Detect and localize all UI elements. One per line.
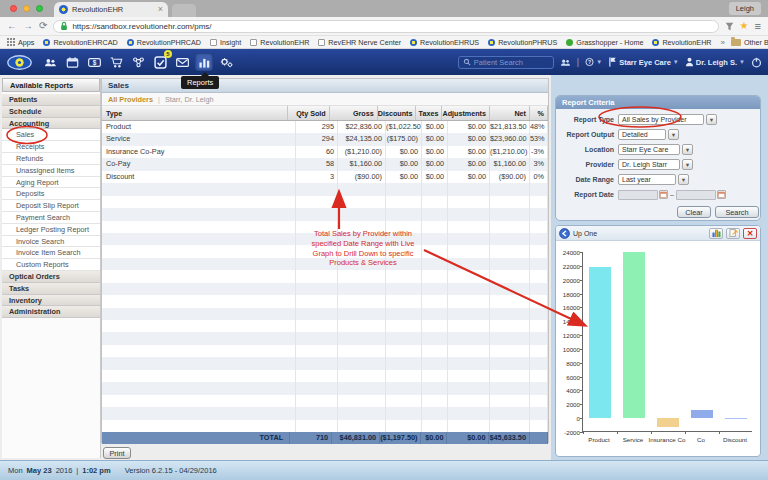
- column-header-taxes[interactable]: Taxes: [416, 106, 442, 120]
- sidebar-item-deposit-slip-report[interactable]: Deposit Slip Report: [2, 200, 100, 212]
- connect-icon-button[interactable]: [129, 53, 147, 71]
- bookmark-revolutionphrus[interactable]: RevolutionPHRUS: [488, 38, 557, 47]
- address-bar[interactable]: https://sandbox.revolutionehr.com/pms/: [53, 20, 718, 33]
- sidebar-item-payment-search[interactable]: Payment Search: [2, 212, 100, 224]
- filter-icon[interactable]: [725, 22, 734, 31]
- calendar-icon[interactable]: [659, 190, 668, 199]
- dropdown-arrow-icon[interactable]: ▼: [706, 114, 717, 125]
- accounting-icon-button[interactable]: $: [85, 53, 103, 71]
- minimize-window-button[interactable]: [23, 5, 30, 12]
- sidebar-item-custom-reports[interactable]: Custom Reports: [2, 259, 100, 271]
- criteria-select-date-range[interactable]: Last year: [618, 174, 676, 185]
- browser-tab[interactable]: RevolutionEHR ×: [54, 2, 168, 17]
- sidebar-item-invoice-search[interactable]: Invoice Search: [2, 236, 100, 248]
- help-menu[interactable]: ?▼: [585, 57, 602, 67]
- sidebar-item-patients[interactable]: Patients: [2, 94, 100, 106]
- column-header-gross[interactable]: Gross: [330, 106, 378, 120]
- sidebar-item-sales[interactable]: Sales: [2, 129, 100, 141]
- user-menu[interactable]: Dr. Leigh S.▼: [685, 57, 745, 67]
- sidebar-item-deposits[interactable]: Deposits: [2, 188, 100, 200]
- patient-search-input[interactable]: [474, 58, 546, 67]
- patient-group-icon[interactable]: [560, 57, 571, 68]
- location-menu[interactable]: Starr Eye Care▼: [608, 57, 679, 67]
- sidebar-item-accounting[interactable]: Accounting: [2, 118, 100, 130]
- table-row[interactable]: Insurance Co-Pay60($1,210.00)$0.00$0.00$…: [102, 146, 548, 158]
- table-row[interactable]: Service294$24,135.00($175.00)$0.00$0.00$…: [102, 133, 548, 145]
- column-header-type[interactable]: Type: [102, 106, 288, 120]
- forward-icon[interactable]: →: [23, 21, 33, 31]
- bookmark-revolutionehr[interactable]: RevolutionEHR: [652, 38, 711, 47]
- orders-icon-button[interactable]: [107, 53, 125, 71]
- breadcrumb-all-providers[interactable]: All Providers: [108, 93, 153, 106]
- column-header-discounts[interactable]: Discounts: [378, 106, 417, 120]
- column-header-qty-sold[interactable]: Qty Sold: [288, 106, 330, 120]
- bookmark-apps[interactable]: Apps: [7, 38, 34, 47]
- zoom-window-button[interactable]: [36, 5, 43, 12]
- sidebar-item-aging-report[interactable]: Aging Report: [2, 177, 100, 189]
- sidebar-item-ledger-posting-report[interactable]: Ledger Posting Report: [2, 224, 100, 236]
- admin-icon-button[interactable]: [217, 53, 235, 71]
- criteria-select-provider[interactable]: Dr. Leigh Starr: [618, 159, 680, 170]
- logout-power-icon[interactable]: [751, 57, 762, 68]
- criteria-select-location[interactable]: Starr Eye Care: [618, 144, 680, 155]
- bookmark-insight[interactable]: Insight: [210, 38, 241, 47]
- other-bookmarks[interactable]: Other Bookmarks: [731, 38, 768, 47]
- overflow-chevron-icon[interactable]: »: [721, 38, 725, 47]
- close-window-button[interactable]: [10, 5, 17, 12]
- up-one-back-icon[interactable]: [559, 228, 570, 239]
- sidebar-item-refunds[interactable]: Refunds: [2, 153, 100, 165]
- bookmark-revolutionehrus[interactable]: RevolutionEHRUS: [410, 38, 479, 47]
- chart-bar-insurance-co[interactable]: [657, 418, 679, 426]
- chart-type-button[interactable]: [709, 228, 723, 239]
- dropdown-arrow-icon[interactable]: ▼: [682, 144, 693, 155]
- report-date-end-input[interactable]: [676, 190, 716, 200]
- tasks-icon-button[interactable]: 5: [151, 53, 169, 71]
- tab-close-icon[interactable]: ×: [158, 5, 163, 14]
- column-header-adjustments[interactable]: Adjustments: [442, 106, 490, 120]
- criteria-select-report-type[interactable]: All Sales by Provider: [618, 114, 704, 125]
- sidebar-item-administration[interactable]: Administration: [2, 306, 100, 318]
- bookmark-revolutionehr[interactable]: RevolutionEHR: [250, 38, 309, 47]
- column-header-net[interactable]: Net: [490, 106, 530, 120]
- reload-icon[interactable]: ⟳: [39, 21, 47, 31]
- chrome-profile-button[interactable]: Leigh: [729, 2, 761, 15]
- bookmark-revolutionehrcad[interactable]: RevolutionEHRCAD: [43, 38, 117, 47]
- sidebar-item-invoice-item-search[interactable]: Invoice Item Search: [2, 247, 100, 259]
- bookmark-grasshopper-home[interactable]: Grasshopper - Home: [566, 38, 643, 47]
- criteria-select-report-output[interactable]: Detailed: [618, 129, 666, 140]
- dropdown-arrow-icon[interactable]: ▼: [678, 174, 689, 185]
- dropdown-arrow-icon[interactable]: ▼: [668, 129, 679, 140]
- new-tab-button[interactable]: [172, 4, 196, 17]
- column-header-[interactable]: %: [530, 106, 548, 120]
- export-chart-button[interactable]: [726, 228, 740, 239]
- messages-icon-button[interactable]: [173, 53, 191, 71]
- up-one-label[interactable]: Up One: [573, 230, 706, 237]
- patient-search-box[interactable]: [458, 56, 554, 69]
- breadcrumb-provider[interactable]: Starr, Dr. Leigh: [165, 93, 214, 106]
- back-icon[interactable]: ←: [7, 21, 17, 31]
- sidebar-item-receipts[interactable]: Receipts: [2, 141, 100, 153]
- sidebar-item-unassigned-items[interactable]: Unassigned Items: [2, 165, 100, 177]
- sidebar-item-optical-orders[interactable]: Optical Orders: [2, 271, 100, 283]
- search-button[interactable]: Search: [715, 206, 759, 218]
- table-row[interactable]: Discount3($90.00)$0.00$0.00$0.00($90.00)…: [102, 171, 548, 183]
- bookmark-star-icon[interactable]: ★: [740, 21, 749, 31]
- schedule-icon-button[interactable]: [63, 53, 81, 71]
- chart-bar-service[interactable]: [623, 252, 645, 418]
- dropdown-arrow-icon[interactable]: ▼: [682, 159, 693, 170]
- report-date-start-input[interactable]: [618, 190, 658, 200]
- clear-button[interactable]: Clear: [677, 206, 711, 218]
- print-button[interactable]: Print: [103, 447, 131, 459]
- revolutionehr-logo-icon[interactable]: [6, 54, 33, 71]
- bookmark-revolutionphrcad[interactable]: RevolutionPHRCAD: [127, 38, 201, 47]
- table-row[interactable]: Product295$22,836.00($1,022.50)$0.00$0.0…: [102, 121, 548, 133]
- chart-bar-discount[interactable]: [725, 418, 747, 419]
- calendar-icon[interactable]: [717, 190, 726, 199]
- close-chart-icon[interactable]: ✕: [743, 228, 757, 239]
- patients-icon-button[interactable]: [41, 53, 59, 71]
- bookmark-revehr-nerve-center[interactable]: RevEHR Nerve Center: [318, 38, 401, 47]
- chart-axes[interactable]: 2400022000200001800016000140001200010000…: [582, 252, 752, 432]
- sidebar-item-inventory[interactable]: Inventory: [2, 295, 100, 307]
- sidebar-item-schedule[interactable]: Schedule: [2, 106, 100, 118]
- chart-bar-product[interactable]: [589, 267, 611, 418]
